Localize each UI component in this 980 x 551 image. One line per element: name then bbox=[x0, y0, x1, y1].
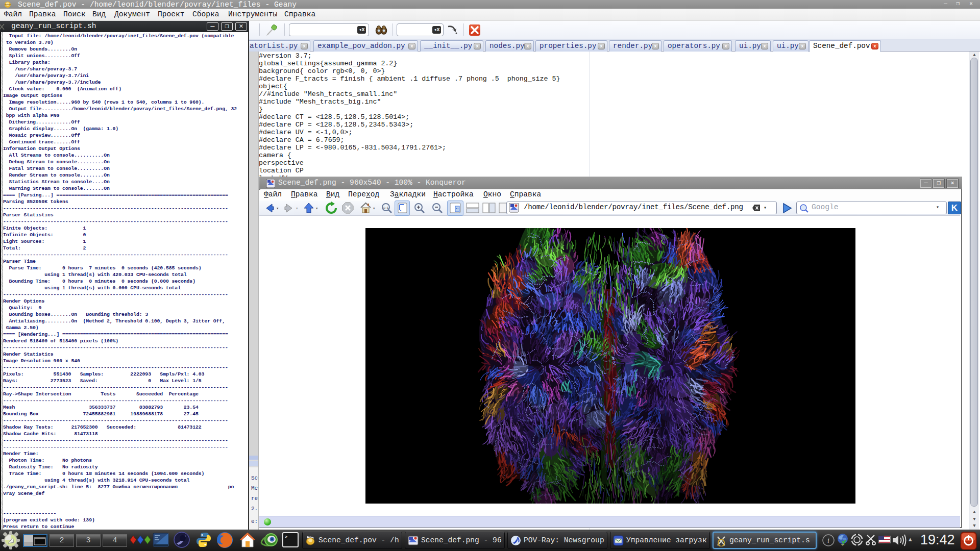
svg-text:>_: >_ bbox=[285, 534, 290, 539]
svg-text:i: i bbox=[827, 537, 829, 544]
svg-text:1:1: 1:1 bbox=[383, 206, 389, 210]
